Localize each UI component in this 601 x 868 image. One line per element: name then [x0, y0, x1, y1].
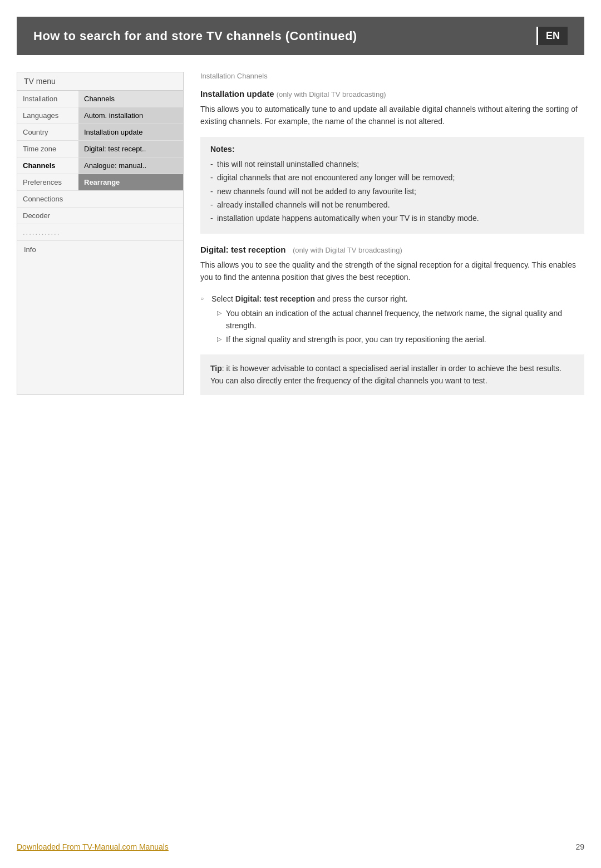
menu-left-timezone[interactable]: Time zone [17, 141, 78, 157]
menu-dots-right [78, 224, 183, 240]
digital-test-section: Digital: test reception (only with Digit… [200, 245, 584, 395]
menu-panel: TV menu Installation Channels Languages … [17, 72, 184, 395]
header-bar: How to search for and store TV channels … [17, 17, 584, 55]
menu-right-digital-test[interactable]: Digital: test recept.. [78, 141, 183, 157]
notes-item-2: digital channels that are not encountere… [210, 171, 574, 184]
main-content: TV menu Installation Channels Languages … [17, 72, 584, 395]
menu-row-languages: Languages Autom. installation [17, 107, 183, 124]
bullet-list: Select Digital: test reception and press… [200, 293, 584, 346]
menu-right-analogue[interactable]: Analogue: manual.. [78, 157, 183, 174]
menu-row-timezone: Time zone Digital: test recept.. [17, 141, 183, 157]
notes-list: this will not reinstall uninstalled chan… [210, 158, 574, 225]
menu-left-channels[interactable]: Channels [17, 157, 78, 174]
notes-item-5: installation update happens automaticall… [210, 212, 574, 224]
menu-left-decoder[interactable]: Decoder [17, 208, 78, 224]
digital-test-title-text: Digital: test reception [200, 245, 285, 254]
installation-update-title: Installation update (only with Digital T… [200, 89, 584, 98]
notes-item-1: this will not reinstall uninstalled chan… [210, 158, 574, 170]
notes-title: Notes: [210, 145, 574, 154]
footer-link[interactable]: Downloaded From TV-Manual.com Manuals [17, 842, 169, 851]
sub-item-2: If the signal quality and strength is po… [217, 333, 584, 346]
sub-item-1: You obtain an indication of the actual c… [217, 307, 584, 332]
notes-box: Notes: this will not reinstall uninstall… [200, 137, 584, 234]
menu-right-autom[interactable]: Autom. installation [78, 107, 183, 124]
menu-right-connections-empty [78, 191, 183, 207]
tip-label: Tip [210, 364, 222, 373]
menu-left-installation[interactable]: Installation [17, 91, 78, 107]
menu-row-connections: Connections [17, 191, 183, 208]
digital-test-subtitle: (only with Digital TV broadcasting) [293, 246, 402, 254]
right-content: Installation Channels Installation updat… [200, 72, 584, 395]
bullet-item-1: Select Digital: test reception and press… [200, 293, 584, 346]
menu-left-country[interactable]: Country [17, 124, 78, 140]
tip-box: Tip: it is however advisable to contact … [200, 354, 584, 395]
menu-row-preferences: Preferences Rearrange [17, 174, 183, 191]
menu-info[interactable]: Info [17, 241, 183, 258]
menu-right-installation-update[interactable]: Installation update [78, 124, 183, 140]
menu-header: TV menu [17, 72, 183, 91]
menu-right-decoder-empty [78, 208, 183, 224]
digital-test-title: Digital: test reception (only with Digit… [200, 245, 584, 254]
menu-left-languages[interactable]: Languages [17, 107, 78, 124]
installation-update-title-text: Installation update [200, 89, 274, 98]
en-badge: EN [536, 27, 568, 45]
menu-dots: ............ [17, 224, 78, 240]
sub-list: You obtain an indication of the actual c… [217, 307, 584, 346]
digital-test-body: This allows you to see the quality and t… [200, 259, 584, 284]
notes-item-4: already installed channels will not be r… [210, 199, 574, 211]
menu-row-installation: Installation Channels [17, 91, 183, 107]
installation-channels-label: Installation Channels [200, 72, 584, 80]
installation-update-section: Installation update (only with Digital T… [200, 89, 584, 234]
footer-page: 29 [575, 842, 584, 851]
menu-row-country: Country Installation update [17, 124, 183, 141]
menu-dots-row: ............ [17, 224, 183, 241]
menu-right-channels[interactable]: Channels [78, 91, 183, 107]
menu-right-rearrange[interactable]: Rearrange [78, 174, 183, 190]
footer: Downloaded From TV-Manual.com Manuals 29 [17, 842, 584, 851]
installation-update-subtitle: (only with Digital TV broadcasting) [277, 90, 386, 98]
menu-left-preferences[interactable]: Preferences [17, 174, 78, 190]
menu-left-connections[interactable]: Connections [17, 191, 78, 207]
header-title: How to search for and store TV channels … [33, 29, 357, 43]
menu-row-channels: Channels Analogue: manual.. [17, 157, 183, 174]
bullet-bold: Digital: test reception [235, 294, 315, 303]
notes-item-3: new channels found will not be added to … [210, 185, 574, 198]
menu-row-decoder: Decoder [17, 208, 183, 224]
installation-update-body: This allows you to automatically tune to… [200, 103, 584, 128]
